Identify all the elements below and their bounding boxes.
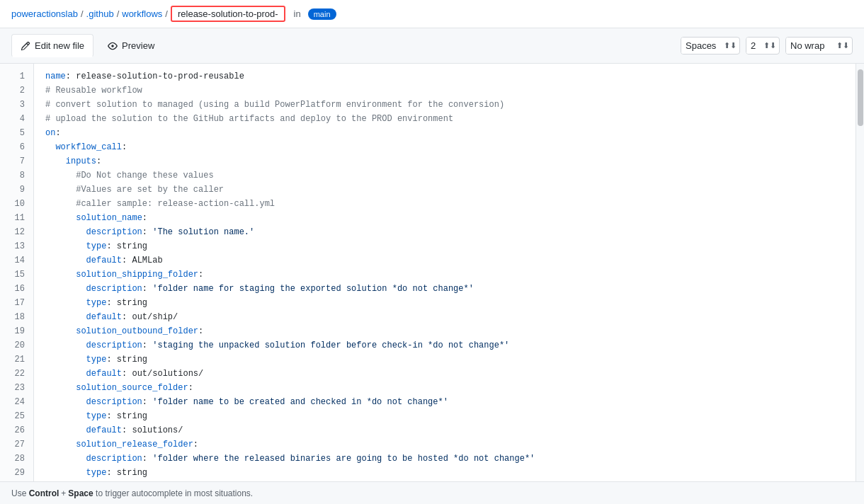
line-num-3: 3 <box>0 98 33 112</box>
code-line-9: #Values are set by the caller <box>45 183 844 197</box>
line-num-27: 27 <box>0 437 33 452</box>
toolbar-controls: Spaces Tabs ⬆⬇ 2 4 8 ⬆⬇ No wrap Soft wra… <box>681 37 853 55</box>
wrap-select[interactable]: No wrap Soft wrap <box>786 38 834 54</box>
line-num-2: 2 <box>0 84 33 98</box>
preview-tab[interactable]: Preview <box>99 35 163 57</box>
breadcrumb-bar: poweractionslab / .github / workflows / … <box>0 0 864 28</box>
status-suffix: to trigger autocomplete in most situatio… <box>96 488 253 498</box>
code-line-19: solution_outbound_folder: <box>45 324 844 338</box>
breadcrumb-sep2: / <box>117 8 120 19</box>
line-num-7: 7 <box>0 154 33 168</box>
editor-container: 1234567891011121314151617181920212223242… <box>0 64 864 481</box>
line-num-5: 5 <box>0 126 33 140</box>
line-num-15: 15 <box>0 268 33 282</box>
code-line-26: default: solutions/ <box>45 423 844 437</box>
code-line-12: description: 'The solution name.' <box>45 225 844 239</box>
breadcrumb-org[interactable]: poweractionslab <box>11 8 78 19</box>
code-line-25: type: string <box>45 409 844 423</box>
line-num-26: 26 <box>0 423 33 437</box>
code-line-28: description: 'folder where the released … <box>45 452 844 466</box>
line-num-12: 12 <box>0 225 33 239</box>
code-line-4: # upload the solution to the GitHub arti… <box>45 112 844 126</box>
line-num-11: 11 <box>0 211 33 225</box>
line-numbers: 1234567891011121314151617181920212223242… <box>0 64 34 481</box>
code-line-24: description: 'folder name to be created … <box>45 395 844 409</box>
eye-icon <box>108 41 118 51</box>
indent-select[interactable]: 2 4 8 <box>746 38 761 54</box>
line-num-17: 17 <box>0 296 33 310</box>
code-line-29: type: string <box>45 466 844 480</box>
code-line-3: # convert solution to managed (using a b… <box>45 98 844 112</box>
code-editor[interactable]: name: release-solution-to-prod-reusable#… <box>34 64 856 481</box>
status-key2: Space <box>68 488 93 498</box>
breadcrumb-current-file: release-solution-to-prod- <box>171 6 285 22</box>
line-num-29: 29 <box>0 466 33 480</box>
code-line-15: solution_shipping_folder: <box>45 268 844 282</box>
code-line-18: default: out/ship/ <box>45 310 844 324</box>
code-line-30: default: out/release <box>45 480 844 481</box>
status-bar: Use Control + Space to trigger autocompl… <box>0 481 864 504</box>
line-num-13: 13 <box>0 239 33 253</box>
code-line-11: solution_name: <box>45 211 844 225</box>
line-num-24: 24 <box>0 395 33 409</box>
breadcrumb-repo[interactable]: .github <box>86 8 114 19</box>
code-line-5: on: <box>45 126 844 140</box>
code-line-17: type: string <box>45 296 844 310</box>
indent-select-wrapper: 2 4 8 ⬆⬇ <box>746 37 780 55</box>
edit-tab-label: Edit new file <box>35 40 84 51</box>
status-key1: Control <box>29 488 59 498</box>
line-num-30: 30 <box>0 480 33 481</box>
line-num-21: 21 <box>0 353 33 367</box>
line-num-18: 18 <box>0 310 33 324</box>
line-num-28: 28 <box>0 452 33 466</box>
line-num-4: 4 <box>0 112 33 126</box>
code-line-27: solution_release_folder: <box>45 437 844 452</box>
spaces-select-wrapper: Spaces Tabs ⬆⬇ <box>681 37 740 55</box>
code-line-7: inputs: <box>45 154 844 168</box>
line-num-25: 25 <box>0 409 33 423</box>
breadcrumb-folder[interactable]: workflows <box>122 8 162 19</box>
line-num-6: 6 <box>0 140 33 154</box>
breadcrumb-branch[interactable]: main <box>308 8 336 20</box>
indent-arrow-icon: ⬆⬇ <box>761 41 779 50</box>
preview-tab-label: Preview <box>122 40 154 51</box>
line-num-22: 22 <box>0 367 33 381</box>
line-num-9: 9 <box>0 183 33 197</box>
wrap-select-wrapper: No wrap Soft wrap ⬆⬇ <box>785 37 853 55</box>
line-num-10: 10 <box>0 197 33 211</box>
line-num-14: 14 <box>0 253 33 268</box>
code-line-13: type: string <box>45 239 844 253</box>
wrap-arrow-icon: ⬆⬇ <box>834 41 852 50</box>
line-num-1: 1 <box>0 69 33 84</box>
code-line-14: default: ALMLab <box>45 253 844 268</box>
breadcrumb-in-label: in <box>294 8 301 19</box>
spaces-select[interactable]: Spaces Tabs <box>681 38 721 54</box>
line-num-20: 20 <box>0 338 33 353</box>
breadcrumb-sep3: / <box>165 8 168 19</box>
scrollbar[interactable] <box>856 64 864 481</box>
code-line-2: # Reusable workflow <box>45 84 844 98</box>
code-line-21: type: string <box>45 353 844 367</box>
code-line-23: solution_source_folder: <box>45 381 844 395</box>
code-line-16: description: 'folder name for staging th… <box>45 282 844 296</box>
line-num-23: 23 <box>0 381 33 395</box>
breadcrumb-sep1: / <box>81 8 84 19</box>
code-line-8: #Do Not change these values <box>45 168 844 183</box>
code-line-22: default: out/solutions/ <box>45 367 844 381</box>
line-num-16: 16 <box>0 282 33 296</box>
editor-toolbar: Edit new file Preview Spaces Tabs ⬆⬇ 2 4… <box>0 28 864 64</box>
edit-icon <box>21 41 30 51</box>
line-num-8: 8 <box>0 168 33 183</box>
status-plus: + <box>61 488 66 498</box>
line-num-19: 19 <box>0 324 33 338</box>
code-line-6: workflow_call: <box>45 140 844 154</box>
code-line-10: #caller sample: release-action-call.yml <box>45 197 844 211</box>
code-line-20: description: 'staging the unpacked solut… <box>45 338 844 353</box>
status-text: Use <box>11 488 26 498</box>
code-line-1: name: release-solution-to-prod-reusable <box>45 69 844 84</box>
edit-tab[interactable]: Edit new file <box>11 34 93 57</box>
scrollbar-thumb[interactable] <box>858 69 863 126</box>
spaces-arrow-icon: ⬆⬇ <box>721 41 739 50</box>
